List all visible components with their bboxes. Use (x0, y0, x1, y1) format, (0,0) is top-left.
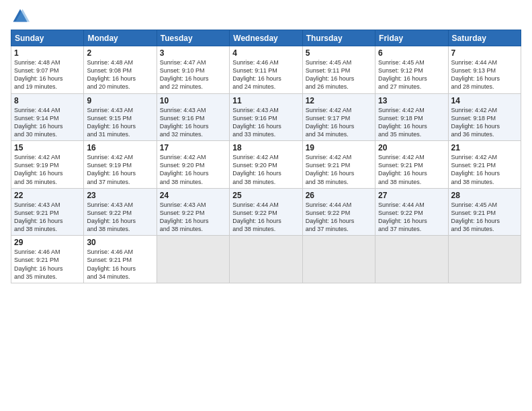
calendar-body: 1Sunrise: 4:48 AMSunset: 9:07 PMDaylight… (11, 46, 521, 283)
calendar-day-cell: 4Sunrise: 4:46 AMSunset: 9:11 PMDaylight… (230, 46, 302, 94)
day-info: Sunrise: 4:46 AMSunset: 9:21 PMDaylight:… (87, 248, 153, 281)
calendar-header-cell: Friday (375, 30, 448, 46)
calendar-day-cell: 17Sunrise: 4:42 AMSunset: 9:20 PMDayligh… (157, 141, 229, 189)
day-number: 18 (232, 143, 299, 152)
calendar-day-cell: 10Sunrise: 4:43 AMSunset: 9:16 PMDayligh… (157, 93, 229, 141)
day-info: Sunrise: 4:43 AMSunset: 9:15 PMDaylight:… (87, 106, 153, 139)
day-info: Sunrise: 4:43 AMSunset: 9:21 PMDaylight:… (14, 201, 81, 234)
calendar-day-cell: 29Sunrise: 4:46 AMSunset: 9:21 PMDayligh… (11, 236, 84, 283)
day-number: 17 (160, 143, 226, 152)
day-info: Sunrise: 4:47 AMSunset: 9:10 PMDaylight:… (160, 58, 226, 91)
calendar-week-row: 8Sunrise: 4:44 AMSunset: 9:14 PMDaylight… (11, 93, 521, 141)
calendar-day-cell (375, 236, 448, 283)
calendar-day-cell: 13Sunrise: 4:42 AMSunset: 9:18 PMDayligh… (375, 93, 448, 141)
calendar-table: SundayMondayTuesdayWednesdayThursdayFrid… (11, 30, 521, 283)
day-number: 26 (306, 191, 372, 200)
day-number: 20 (378, 143, 445, 152)
day-info: Sunrise: 4:43 AMSunset: 9:22 PMDaylight:… (87, 201, 153, 234)
calendar-day-cell: 8Sunrise: 4:44 AMSunset: 9:14 PMDaylight… (11, 93, 84, 141)
header (11, 7, 521, 26)
calendar-day-cell: 22Sunrise: 4:43 AMSunset: 9:21 PMDayligh… (11, 188, 84, 236)
day-number: 29 (14, 238, 81, 247)
day-number: 5 (306, 48, 372, 58)
day-info: Sunrise: 4:43 AMSunset: 9:22 PMDaylight:… (160, 201, 226, 234)
calendar-day-cell (230, 236, 302, 283)
day-info: Sunrise: 4:42 AMSunset: 9:18 PMDaylight:… (451, 106, 518, 139)
day-info: Sunrise: 4:46 AMSunset: 9:11 PMDaylight:… (232, 58, 299, 91)
day-info: Sunrise: 4:42 AMSunset: 9:20 PMDaylight:… (232, 153, 299, 186)
calendar-day-cell: 25Sunrise: 4:44 AMSunset: 9:22 PMDayligh… (230, 188, 302, 236)
day-number: 21 (451, 143, 518, 152)
calendar-day-cell: 23Sunrise: 4:43 AMSunset: 9:22 PMDayligh… (84, 188, 157, 236)
day-info: Sunrise: 4:42 AMSunset: 9:21 PMDaylight:… (306, 153, 372, 186)
day-info: Sunrise: 4:45 AMSunset: 9:21 PMDaylight:… (451, 201, 518, 234)
day-number: 4 (232, 48, 299, 58)
day-number: 28 (451, 191, 518, 200)
day-info: Sunrise: 4:42 AMSunset: 9:19 PMDaylight:… (87, 153, 153, 186)
day-number: 15 (14, 143, 81, 152)
calendar-day-cell: 26Sunrise: 4:44 AMSunset: 9:22 PMDayligh… (302, 188, 375, 236)
day-info: Sunrise: 4:43 AMSunset: 9:16 PMDaylight:… (160, 106, 226, 139)
day-number: 13 (378, 96, 445, 105)
day-info: Sunrise: 4:44 AMSunset: 9:14 PMDaylight:… (14, 106, 81, 139)
day-info: Sunrise: 4:42 AMSunset: 9:18 PMDaylight:… (378, 106, 445, 139)
calendar-day-cell: 19Sunrise: 4:42 AMSunset: 9:21 PMDayligh… (302, 141, 375, 189)
day-number: 19 (306, 143, 372, 152)
calendar-header-cell: Monday (84, 30, 157, 46)
calendar-header-cell: Wednesday (230, 30, 302, 46)
day-number: 3 (160, 48, 226, 58)
calendar-day-cell: 16Sunrise: 4:42 AMSunset: 9:19 PMDayligh… (84, 141, 157, 189)
calendar-week-row: 15Sunrise: 4:42 AMSunset: 9:19 PMDayligh… (11, 141, 521, 189)
day-info: Sunrise: 4:42 AMSunset: 9:21 PMDaylight:… (451, 153, 518, 186)
calendar-day-cell (157, 236, 229, 283)
calendar-header-cell: Tuesday (157, 30, 229, 46)
calendar-day-cell: 9Sunrise: 4:43 AMSunset: 9:15 PMDaylight… (84, 93, 157, 141)
calendar-day-cell: 20Sunrise: 4:42 AMSunset: 9:21 PMDayligh… (375, 141, 448, 189)
day-info: Sunrise: 4:42 AMSunset: 9:19 PMDaylight:… (14, 153, 81, 186)
calendar-day-cell: 3Sunrise: 4:47 AMSunset: 9:10 PMDaylight… (157, 46, 229, 94)
calendar-day-cell: 24Sunrise: 4:43 AMSunset: 9:22 PMDayligh… (157, 188, 229, 236)
day-number: 1 (14, 48, 81, 58)
page: SundayMondayTuesdayWednesdayThursdayFrid… (0, 0, 532, 411)
day-info: Sunrise: 4:44 AMSunset: 9:13 PMDaylight:… (451, 58, 518, 91)
calendar-day-cell: 30Sunrise: 4:46 AMSunset: 9:21 PMDayligh… (84, 236, 157, 283)
calendar-week-row: 29Sunrise: 4:46 AMSunset: 9:21 PMDayligh… (11, 236, 521, 283)
day-info: Sunrise: 4:45 AMSunset: 9:11 PMDaylight:… (306, 58, 372, 91)
calendar-day-cell: 18Sunrise: 4:42 AMSunset: 9:20 PMDayligh… (230, 141, 302, 189)
day-info: Sunrise: 4:45 AMSunset: 9:12 PMDaylight:… (378, 58, 445, 91)
day-info: Sunrise: 4:48 AMSunset: 9:08 PMDaylight:… (87, 58, 153, 91)
calendar-day-cell (448, 236, 521, 283)
calendar-header-row: SundayMondayTuesdayWednesdayThursdayFrid… (11, 30, 521, 46)
calendar-day-cell: 21Sunrise: 4:42 AMSunset: 9:21 PMDayligh… (448, 141, 521, 189)
day-number: 11 (232, 96, 299, 105)
day-number: 16 (87, 143, 153, 152)
calendar-day-cell: 2Sunrise: 4:48 AMSunset: 9:08 PMDaylight… (84, 46, 157, 94)
logo-icon (11, 7, 30, 26)
calendar-day-cell: 5Sunrise: 4:45 AMSunset: 9:11 PMDaylight… (302, 46, 375, 94)
calendar-header-cell: Saturday (448, 30, 521, 46)
calendar-day-cell: 12Sunrise: 4:42 AMSunset: 9:17 PMDayligh… (302, 93, 375, 141)
day-info: Sunrise: 4:42 AMSunset: 9:21 PMDaylight:… (378, 153, 445, 186)
day-info: Sunrise: 4:42 AMSunset: 9:17 PMDaylight:… (306, 106, 372, 139)
day-info: Sunrise: 4:42 AMSunset: 9:20 PMDaylight:… (160, 153, 226, 186)
day-number: 6 (378, 48, 445, 58)
calendar-header-cell: Thursday (302, 30, 375, 46)
day-number: 30 (87, 238, 153, 247)
calendar-day-cell (302, 236, 375, 283)
day-number: 12 (306, 96, 372, 105)
day-number: 14 (451, 96, 518, 105)
logo (11, 7, 32, 26)
day-number: 7 (451, 48, 518, 58)
day-info: Sunrise: 4:43 AMSunset: 9:16 PMDaylight:… (232, 106, 299, 139)
calendar-day-cell: 14Sunrise: 4:42 AMSunset: 9:18 PMDayligh… (448, 93, 521, 141)
calendar-day-cell: 1Sunrise: 4:48 AMSunset: 9:07 PMDaylight… (11, 46, 84, 94)
calendar-day-cell: 6Sunrise: 4:45 AMSunset: 9:12 PMDaylight… (375, 46, 448, 94)
day-info: Sunrise: 4:46 AMSunset: 9:21 PMDaylight:… (14, 248, 81, 281)
calendar-day-cell: 7Sunrise: 4:44 AMSunset: 9:13 PMDaylight… (448, 46, 521, 94)
day-info: Sunrise: 4:48 AMSunset: 9:07 PMDaylight:… (14, 58, 81, 91)
calendar-day-cell: 11Sunrise: 4:43 AMSunset: 9:16 PMDayligh… (230, 93, 302, 141)
day-number: 9 (87, 96, 153, 105)
day-info: Sunrise: 4:44 AMSunset: 9:22 PMDaylight:… (232, 201, 299, 234)
day-number: 10 (160, 96, 226, 105)
day-number: 8 (14, 96, 81, 105)
